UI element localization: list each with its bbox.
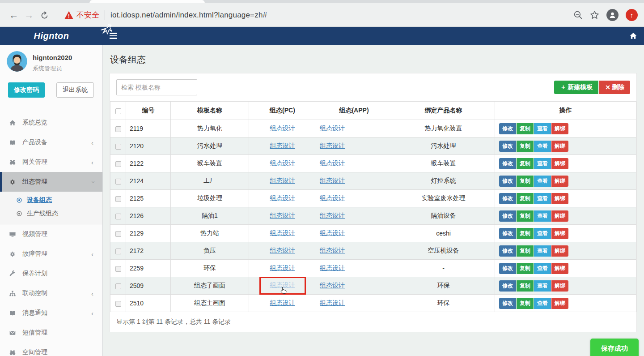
action-edit-button[interactable]: 修改 (499, 158, 516, 169)
sidebar-item-video[interactable]: 视频管理 (0, 224, 102, 244)
browser-reload-icon[interactable] (37, 8, 52, 23)
app-design-link[interactable]: 组态设计 (320, 159, 345, 167)
action-edit-button[interactable]: 修改 (499, 245, 516, 257)
action-edit-button[interactable]: 修改 (499, 123, 516, 134)
row-checkbox[interactable] (115, 161, 121, 167)
browser-update-icon[interactable]: ↑ (626, 9, 638, 21)
action-edit-button[interactable]: 修改 (499, 280, 516, 292)
action-edit-button[interactable]: 修改 (499, 176, 516, 187)
brand-logo[interactable]: Hignton (0, 27, 103, 45)
pc-design-link[interactable]: 组态设计 (270, 212, 295, 219)
action-copy-button[interactable]: 复制 (517, 193, 534, 204)
create-template-button[interactable]: ＋新建模板 (554, 81, 598, 94)
pc-design-link[interactable]: 组态设计 (270, 299, 295, 306)
row-checkbox[interactable] (115, 196, 121, 202)
change-password-button[interactable]: 修改密码 (8, 82, 45, 98)
action-copy-button[interactable]: 复制 (517, 210, 534, 222)
app-design-link[interactable]: 组态设计 (320, 299, 345, 306)
action-copy-button[interactable]: 复制 (517, 158, 534, 169)
sidebar-item-products[interactable]: 产品设备‹ (0, 133, 102, 152)
action-view-button[interactable]: 查看 (534, 228, 551, 239)
action-view-button[interactable]: 查看 (534, 158, 551, 169)
action-edit-button[interactable]: 修改 (499, 228, 516, 239)
sidebar-item-message[interactable]: 消息通知‹ (0, 303, 102, 323)
home-icon[interactable] (623, 27, 644, 45)
sidebar-subitem-line-scada[interactable]: 生产线组态 (0, 207, 102, 220)
action-view-button[interactable]: 查看 (534, 245, 551, 257)
action-unbind-button[interactable]: 解绑 (551, 210, 568, 222)
action-copy-button[interactable]: 复制 (517, 123, 534, 134)
action-view-button[interactable]: 查看 (534, 298, 551, 309)
app-design-link[interactable]: 组态设计 (320, 142, 345, 149)
action-view-button[interactable]: 查看 (534, 280, 551, 292)
row-checkbox[interactable] (115, 144, 121, 150)
action-view-button[interactable]: 查看 (534, 123, 551, 134)
pc-design-link[interactable]: 组态设计 (270, 177, 295, 184)
url-text[interactable]: iot.idosp.net/admin/index.html?language=… (110, 11, 267, 20)
action-unbind-button[interactable]: 解绑 (551, 158, 568, 169)
sidebar-item-sms[interactable]: 短信管理 (0, 323, 102, 343)
sidebar-item-maintenance[interactable]: 保养计划 (0, 264, 102, 283)
action-unbind-button[interactable]: 解绑 (551, 123, 568, 134)
zoom-out-icon[interactable] (573, 10, 583, 20)
bookmark-star-icon[interactable] (590, 10, 599, 20)
action-unbind-button[interactable]: 解绑 (551, 280, 568, 292)
avatar[interactable] (7, 51, 27, 72)
action-view-button[interactable]: 查看 (534, 263, 551, 274)
app-design-link[interactable]: 组态设计 (320, 247, 345, 254)
action-view-button[interactable]: 查看 (534, 193, 551, 204)
row-checkbox[interactable] (115, 266, 121, 272)
select-all-checkbox[interactable] (115, 108, 121, 114)
action-copy-button[interactable]: 复制 (517, 263, 534, 274)
pc-design-link[interactable]: 组态设计 (270, 194, 295, 202)
action-copy-button[interactable]: 复制 (517, 245, 534, 257)
browser-profile-icon[interactable] (606, 9, 619, 21)
pc-design-link[interactable]: 组态设计 (270, 247, 295, 254)
action-unbind-button[interactable]: 解绑 (551, 193, 568, 204)
action-copy-button[interactable]: 复制 (517, 228, 534, 239)
sidebar-subitem-device-scada[interactable]: 设备组态 (0, 193, 102, 207)
action-copy-button[interactable]: 复制 (517, 280, 534, 292)
row-checkbox[interactable] (115, 249, 121, 254)
app-design-link[interactable]: 组态设计 (320, 194, 345, 202)
action-unbind-button[interactable]: 解绑 (551, 228, 568, 239)
action-edit-button[interactable]: 修改 (499, 263, 516, 274)
row-checkbox[interactable] (115, 301, 121, 307)
pc-design-link[interactable]: 组态设计 (270, 142, 295, 149)
action-copy-button[interactable]: 复制 (517, 176, 534, 187)
app-design-link[interactable]: 组态设计 (320, 212, 345, 219)
action-view-button[interactable]: 查看 (534, 210, 551, 222)
app-design-link[interactable]: 组态设计 (320, 264, 345, 271)
action-edit-button[interactable]: 修改 (499, 193, 516, 204)
row-checkbox[interactable] (115, 126, 121, 132)
action-unbind-button[interactable]: 解绑 (551, 245, 568, 257)
sidebar-item-space[interactable]: 空间管理 (0, 343, 102, 356)
sidebar-item-linkage[interactable]: 联动控制‹ (0, 283, 102, 303)
action-edit-button[interactable]: 修改 (499, 210, 516, 222)
sidebar-item-overview[interactable]: 系统总览 (0, 113, 102, 133)
app-design-link[interactable]: 组态设计 (320, 177, 345, 184)
row-checkbox[interactable] (115, 283, 121, 289)
app-design-link[interactable]: 组态设计 (320, 282, 345, 289)
row-checkbox[interactable] (115, 214, 121, 219)
app-design-link[interactable]: 组态设计 (320, 229, 345, 236)
action-unbind-button[interactable]: 解绑 (551, 141, 568, 152)
pc-design-link[interactable]: 组态设计 (270, 124, 295, 132)
browser-back-icon[interactable]: ← (6, 8, 21, 23)
pc-design-link[interactable]: 组态设计 (270, 229, 295, 236)
security-indicator[interactable]: 不安全 (64, 10, 99, 20)
browser-active-tab[interactable] (89, 0, 205, 3)
action-view-button[interactable]: 查看 (534, 141, 551, 152)
action-edit-button[interactable]: 修改 (499, 141, 516, 152)
action-unbind-button[interactable]: 解绑 (551, 298, 568, 309)
logout-button[interactable]: 退出系统 (56, 82, 94, 98)
pc-design-link[interactable]: 组态设计 (270, 264, 295, 271)
row-checkbox[interactable] (115, 179, 121, 184)
search-input[interactable] (116, 79, 197, 95)
sidebar-item-gateway[interactable]: 网关管理‹ (0, 152, 102, 172)
action-view-button[interactable]: 查看 (534, 176, 551, 187)
row-checkbox[interactable] (115, 231, 121, 237)
pc-design-link[interactable]: 组态设计 (270, 159, 295, 167)
action-unbind-button[interactable]: 解绑 (551, 263, 568, 274)
action-unbind-button[interactable]: 解绑 (551, 176, 568, 187)
